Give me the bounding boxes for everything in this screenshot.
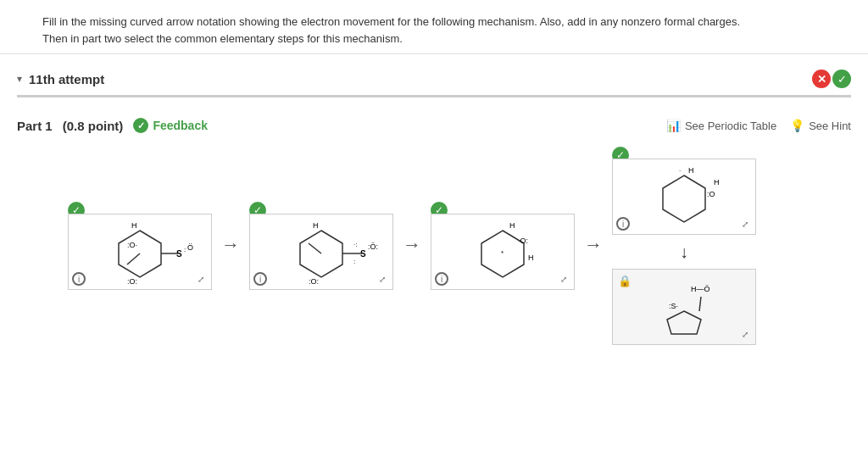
feedback-check-icon: ✓: [133, 118, 148, 133]
molecule-2-wrapper: ✓ S :Ö: ·: : :O:: [249, 214, 393, 290]
periodic-table-label: See Periodic Table: [685, 120, 776, 132]
lock-icon: 🔒: [618, 275, 632, 287]
molecule-1-wrapper: ✓ H S : Ö: [68, 214, 212, 290]
feedback-label: Feedback: [153, 119, 208, 132]
svg-text:Ö: Ö: [187, 243, 193, 252]
attempt-title: 11th attempt: [29, 72, 104, 86]
molecule-4-expand[interactable]: ⤢: [738, 217, 752, 231]
svg-line-8: [127, 253, 140, 264]
svg-text:H: H: [528, 253, 534, 262]
page-wrapper: Fill in the missing curved arrow notatio…: [0, 0, 868, 451]
molecule-5-expand[interactable]: ⤢: [738, 327, 752, 341]
svg-marker-28: [667, 311, 701, 334]
svg-text:H: H: [509, 221, 515, 230]
svg-text:·: ·: [679, 167, 681, 175]
molecule-2-info[interactable]: i: [253, 272, 267, 286]
svg-text::O:: :O:: [127, 277, 137, 286]
molecule-1-expand[interactable]: ⤢: [194, 272, 208, 286]
part-points: (0.8 point): [63, 119, 124, 133]
molecule-3-info[interactable]: i: [435, 272, 448, 286]
svg-text::S·: :S·: [669, 302, 678, 310]
attempt-header: ▾ 11th attempt ✕ ✓: [17, 63, 851, 97]
attempt-x-icon: ✕: [812, 70, 831, 88]
svg-text::: :: [353, 258, 355, 265]
main-molecules-row: ✓ H S : Ö: [68, 145, 756, 345]
molecule-2-box[interactable]: S :Ö: ·: : :O: H i: [249, 214, 393, 290]
part-actions: 📊 See Periodic Table 💡 See Hint: [666, 119, 851, 132]
molecule-2-expand[interactable]: ⤢: [376, 272, 389, 286]
svg-line-30: [699, 297, 701, 311]
bar-chart-icon: 📊: [666, 119, 681, 132]
molecule-4-svg: H · :O H: [625, 163, 743, 231]
attempt-check-icon: ✓: [832, 70, 851, 88]
molecule-1-svg: H S : Ö :O: :O·: [81, 218, 199, 286]
molecule-5-wrapper: H—Ö :S· 🔒 ⤢: [612, 269, 756, 345]
molecule-2-svg: S :Ö: ·: : :O: H: [262, 218, 381, 286]
svg-text:H—Ö: H—Ö: [691, 285, 710, 293]
svg-text:·O:: ·O:: [518, 237, 528, 245]
svg-text:H: H: [714, 178, 720, 187]
svg-marker-9: [300, 231, 342, 277]
chevron-icon[interactable]: ▾: [17, 73, 22, 85]
instruction-block: Fill in the missing curved arrow notatio…: [0, 0, 868, 54]
svg-text:·:: ·:: [353, 241, 357, 248]
molecule-1-info[interactable]: i: [72, 272, 86, 286]
svg-text:S: S: [360, 249, 366, 259]
molecule-3-svg: H ·O: H *: [443, 218, 562, 286]
svg-text:H: H: [131, 221, 137, 230]
svg-line-17: [309, 243, 321, 253]
hint-link[interactable]: 💡 See Hint: [790, 119, 851, 132]
molecules-container: ✓ H S : Ö: [17, 145, 851, 345]
attempt-section: ▾ 11th attempt ✕ ✓: [0, 54, 868, 106]
instruction-line2: Then in part two select the common eleme…: [42, 31, 851, 47]
svg-text::O·: :O·: [127, 241, 137, 249]
molecule-4-col: ✓ H · :O H: [612, 145, 756, 345]
molecule-4-wrapper: ✓ H · :O H: [612, 159, 756, 235]
molecule-3-wrapper: ✓ H ·O: H *: [431, 214, 575, 290]
arrow-2: →: [393, 234, 431, 256]
attempt-left: ▾ 11th attempt: [17, 72, 104, 86]
periodic-table-link[interactable]: 📊 See Periodic Table: [666, 119, 776, 132]
svg-text:H: H: [688, 166, 694, 175]
part-section: Part 1 (0.8 point) ✓ Feedback 📊 See Peri…: [0, 106, 868, 354]
arrow-1: →: [212, 234, 249, 256]
attempt-status-icons: ✕ ✓: [812, 70, 851, 88]
part-title: Part 1: [17, 119, 53, 133]
hint-icon: 💡: [790, 119, 804, 132]
molecule-3-box[interactable]: H ·O: H * i ⤢: [431, 214, 575, 290]
arrow-3: →: [575, 234, 612, 256]
svg-text::O: :O: [707, 190, 715, 198]
feedback-button[interactable]: ✓ Feedback: [133, 118, 208, 133]
svg-marker-23: [663, 175, 705, 222]
molecule-5-svg: H—Ö :S·: [625, 273, 743, 341]
molecule-1-box[interactable]: H S : Ö :O: :O·: [68, 214, 212, 290]
molecule-4-box[interactable]: H · :O H i ⤢: [612, 159, 756, 235]
part-header: Part 1 (0.8 point) ✓ Feedback 📊 See Peri…: [17, 118, 851, 133]
instruction-line1: Fill in the missing curved arrow notatio…: [42, 14, 851, 31]
svg-text::Ö:: :Ö:: [368, 242, 378, 251]
molecule-5-box[interactable]: H—Ö :S· 🔒 ⤢: [612, 269, 756, 345]
svg-text:*: *: [501, 249, 504, 257]
molecule-4-info[interactable]: i: [616, 217, 630, 231]
svg-text::O:: :O:: [309, 277, 319, 286]
arrow-down: ↓: [680, 235, 688, 269]
svg-text:S: S: [176, 249, 182, 259]
molecule-3-expand[interactable]: ⤢: [557, 272, 570, 286]
hint-label: See Hint: [809, 120, 851, 132]
svg-text::: :: [184, 246, 186, 253]
svg-text:H: H: [313, 221, 319, 230]
